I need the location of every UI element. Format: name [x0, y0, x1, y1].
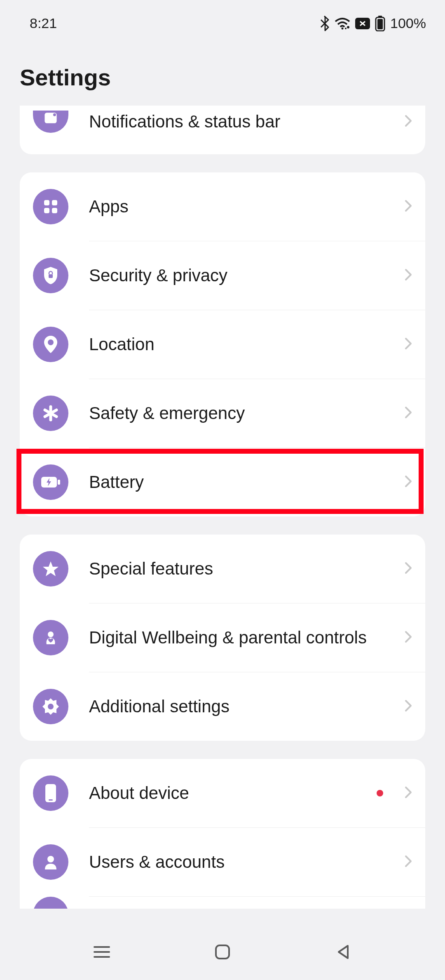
svg-point-2	[345, 28, 347, 29]
settings-group: Apps Security & privacy Location	[20, 172, 425, 516]
page-title: Settings	[20, 64, 425, 91]
svg-point-1	[347, 26, 349, 28]
row-label: Additional settings	[89, 696, 398, 718]
chevron-right-icon	[405, 700, 412, 714]
asterisk-icon	[33, 396, 68, 431]
status-bar: 8:21 100%	[0, 0, 445, 39]
settings-group: About device Users & accounts	[20, 759, 425, 909]
row-google[interactable]	[20, 897, 425, 909]
recents-button[interactable]	[90, 940, 113, 964]
svg-point-14	[48, 339, 54, 345]
chevron-right-icon	[405, 406, 412, 420]
svg-rect-28	[216, 945, 229, 959]
row-wellbeing[interactable]: Digital Wellbeing & parental controls	[20, 603, 425, 672]
row-label: Safety & emergency	[89, 403, 398, 424]
row-label: About device	[89, 782, 377, 804]
row-users[interactable]: Users & accounts	[20, 828, 425, 896]
svg-rect-23	[49, 799, 53, 801]
chevron-right-icon	[405, 200, 412, 214]
dnd-icon	[355, 18, 370, 29]
chevron-right-icon	[405, 631, 412, 645]
chevron-right-icon	[405, 786, 412, 800]
row-additional[interactable]: Additional settings	[20, 672, 425, 741]
svg-rect-10	[52, 200, 57, 205]
pin-icon	[33, 327, 68, 362]
row-label: Location	[89, 334, 398, 356]
svg-point-8	[53, 113, 56, 116]
bluetooth-icon	[320, 16, 330, 31]
row-label: Digital Wellbeing & parental controls	[89, 627, 398, 649]
chevron-right-icon	[405, 115, 412, 129]
row-notifications[interactable]: Notifications & status bar	[20, 106, 425, 154]
row-label: Apps	[89, 196, 398, 218]
settings-group: Special features Digital Wellbeing & par…	[20, 535, 425, 741]
row-label: Special features	[89, 558, 398, 580]
row-security[interactable]: Security & privacy	[20, 241, 425, 310]
svg-point-21	[48, 704, 54, 709]
row-about[interactable]: About device	[20, 759, 425, 827]
svg-rect-12	[52, 208, 57, 213]
row-label: Users & accounts	[89, 851, 398, 873]
svg-point-24	[47, 856, 54, 862]
row-location[interactable]: Location	[20, 310, 425, 379]
home-button[interactable]	[211, 940, 234, 964]
svg-point-0	[342, 27, 344, 29]
chevron-right-icon	[405, 855, 412, 869]
row-label: Notifications & status bar	[89, 111, 398, 133]
shield-lock-icon	[33, 258, 68, 293]
chevron-right-icon	[405, 269, 412, 283]
partial-icon	[33, 897, 68, 909]
svg-rect-13	[49, 274, 53, 278]
phone-icon	[33, 775, 68, 811]
back-button[interactable]	[332, 940, 355, 964]
chevron-right-icon	[405, 337, 412, 351]
person-icon	[33, 844, 68, 880]
wifi-icon	[335, 17, 350, 30]
svg-rect-11	[44, 208, 49, 213]
svg-rect-6	[377, 19, 383, 29]
row-label: Battery	[89, 471, 398, 493]
svg-rect-9	[44, 200, 49, 205]
heart-person-icon	[33, 620, 68, 655]
apps-icon	[33, 189, 68, 224]
settings-group: Notifications & status bar	[20, 106, 425, 154]
notification-dot	[377, 790, 383, 796]
status-time: 8:21	[30, 15, 57, 31]
status-right: 100%	[320, 15, 426, 31]
battery-percent: 100%	[390, 15, 426, 31]
battery-bolt-icon	[33, 464, 68, 500]
row-battery[interactable]: Battery	[20, 448, 425, 516]
row-special[interactable]: Special features	[20, 535, 425, 603]
row-safety[interactable]: Safety & emergency	[20, 379, 425, 448]
header: Settings	[0, 39, 445, 106]
notifications-icon	[33, 111, 68, 133]
star-icon	[33, 551, 68, 587]
chevron-right-icon	[405, 562, 412, 576]
chevron-right-icon	[405, 475, 412, 489]
content: Notifications & status bar Apps Security…	[0, 106, 445, 909]
battery-icon	[375, 16, 385, 31]
row-label: Security & privacy	[89, 265, 398, 287]
svg-point-20	[48, 631, 54, 637]
nav-bar	[0, 924, 445, 980]
row-apps[interactable]: Apps	[20, 172, 425, 241]
svg-rect-19	[58, 480, 60, 485]
gear-flower-icon	[33, 689, 68, 724]
